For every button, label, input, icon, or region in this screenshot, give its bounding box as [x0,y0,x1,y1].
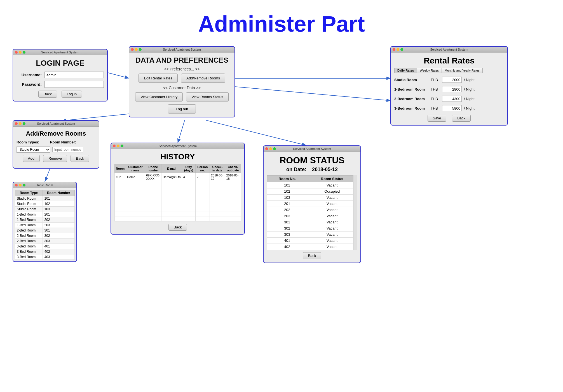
history-empty-cell [145,196,161,201]
history-table: RoomCustomer namePhone numberE-mailStay … [114,164,241,221]
history-empty-cell [182,206,195,211]
history-name: Demo [126,173,145,181]
close-button-history[interactable] [113,145,116,147]
tab-weekly[interactable]: Weekly Rates [417,68,442,73]
status-room-no: 303 [267,232,307,238]
rental-currency: THB [431,106,440,110]
add-remove-rooms-button[interactable]: Add/Remove Rooms [181,74,225,83]
history-phone: 09X-XXX-XXXX [145,173,161,181]
history-person: 2 [195,173,210,181]
password-input[interactable] [44,81,104,88]
maximize-button-login[interactable] [23,51,25,54]
roomstatus-content: ROOM STATUS on Date: 2018-05-12 Room No.… [264,152,360,263]
minimize-button-login[interactable] [19,51,22,54]
tab-daily[interactable]: Daily Rates [394,68,417,73]
history-empty-cell [161,186,182,191]
view-rooms-status-button[interactable]: View Rooms Status [186,92,228,101]
close-button-login[interactable] [15,51,18,54]
history-empty-cell [225,186,241,191]
history-empty-cell [195,181,210,186]
rental-amount-input[interactable] [442,86,462,92]
rental-amount-input[interactable] [442,96,462,102]
table-row: 2-Bed Room302 [15,233,75,238]
history-col-header: Phone number [145,164,161,173]
history-empty-cell [115,196,126,201]
maximize-button-rental[interactable] [400,48,403,51]
rental-row: 3-Bedroom Room THB / Night [394,105,504,111]
history-empty-cell [126,186,145,191]
history-checkout: 2018-05-18 [225,173,241,181]
preferences-label: << Preferences... >> [133,67,231,71]
minimize-button-history[interactable] [117,145,119,147]
status-room-no: 101 [267,182,307,188]
status-room-status: Occupied [307,188,357,195]
username-input[interactable] [44,72,104,78]
roomstatus-scrollbar[interactable] [353,175,357,250]
status-row: 401Vacant [267,238,357,244]
back-button-history[interactable]: Back [168,224,187,231]
maximize-button-addremove[interactable] [23,122,25,125]
data-content: DATA AND PREFERENCES << Preferences... >… [129,53,234,117]
history-empty-row [115,201,241,206]
rental-amount-input[interactable] [442,105,462,111]
back-button-login[interactable]: Back [38,91,57,98]
history-empty-cell [195,196,210,201]
logout-button[interactable]: Log out [168,104,196,114]
history-empty-cell [161,206,182,211]
history-empty-row [115,186,241,191]
history-empty-cell [126,196,145,201]
close-button-rental[interactable] [393,48,395,51]
edit-rental-rates-button[interactable]: Edit Rental Rates [139,74,178,83]
maximize-button-roomstatus[interactable] [273,147,276,150]
status-room-status: Vacant [307,182,357,188]
minimize-button-data[interactable] [135,48,138,51]
rental-room-label: 3-Bedroom Room [394,106,431,110]
roomstatus-window: Serviced Apartment System ROOM STATUS on… [263,145,361,263]
close-button-data[interactable] [131,48,134,51]
minimize-button-rental[interactable] [397,48,399,51]
maximize-button-data[interactable] [139,48,142,51]
back-button-addremove[interactable]: Back [71,155,89,162]
minimize-button-roomstatus[interactable] [269,147,272,150]
history-empty-row [115,181,241,186]
close-button-addremove[interactable] [15,122,18,125]
remove-button[interactable]: Remove [43,155,67,162]
room-type-cell: 2-Bed Room [15,233,43,238]
room-number-label: Room Number: [50,140,76,144]
back-button-roomstatus[interactable]: Back [303,252,322,259]
svg-line-4 [45,168,50,182]
roomstatus-buttons: Back [267,252,357,259]
addremove-content: Add/Remove Rooms Room Types: Room Number… [13,127,99,168]
add-button[interactable]: Add [23,155,40,162]
close-button-tableroom[interactable] [15,184,18,186]
minimize-button-tableroom[interactable] [19,184,22,186]
history-empty-cell [182,181,195,186]
room-number-cell: 401 [43,244,74,249]
col-room-number: Room Number [43,190,74,196]
room-number-input[interactable] [52,147,83,152]
rental-row: 2-Bedroom Room THB / Night [394,96,504,102]
rental-currency: THB [431,97,440,101]
close-button-roomstatus[interactable] [265,147,268,150]
save-button-rental[interactable]: Save [428,115,447,122]
room-type-select[interactable]: Studio Room [17,147,50,153]
password-row: Password: [17,81,104,88]
maximize-button-tableroom[interactable] [23,184,25,186]
maximize-button-history[interactable] [121,145,123,147]
status-room-no: 402 [267,244,307,250]
rental-rows: Studio Room THB / Night 1-Bedroom Room T… [394,77,504,111]
history-empty-cell [195,216,210,221]
view-customer-history-button[interactable]: View Customer History [135,92,183,101]
login-button[interactable]: Log in [62,91,82,98]
room-number-cell: 201 [43,212,74,217]
rental-row: Studio Room THB / Night [394,77,504,83]
history-checkin: 2018-05-12 [210,173,225,181]
history-empty-cell [145,186,161,191]
history-col-header: Check-out date [225,164,241,173]
rental-amount-input[interactable] [442,77,462,83]
minimize-button-addremove[interactable] [19,122,22,125]
tab-monthly[interactable]: Monthly and Yearly Rates [442,68,483,73]
back-button-rental[interactable]: Back [452,115,471,122]
rental-unit: / Night [464,78,475,82]
status-room-no: 301 [267,219,307,225]
